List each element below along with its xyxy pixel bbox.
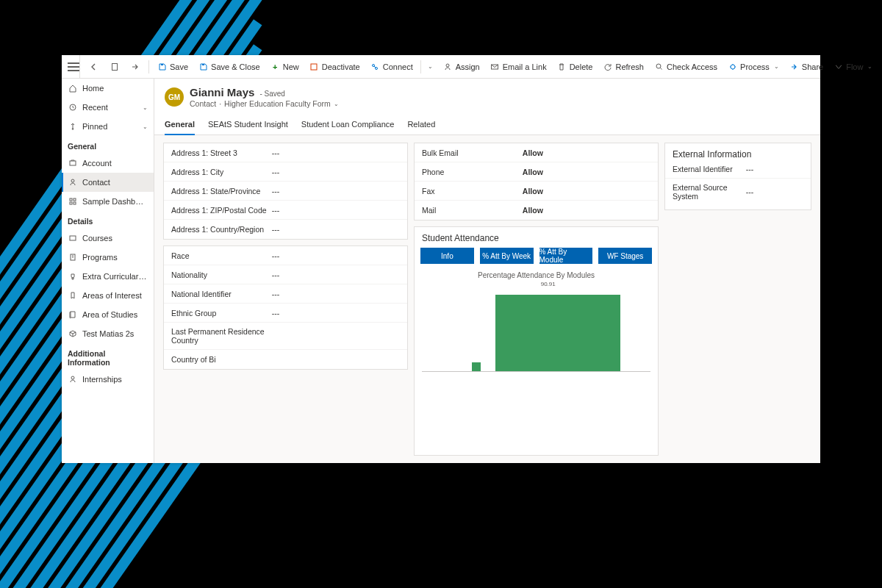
hamburger-icon[interactable] <box>68 62 79 71</box>
field-row[interactable]: External Identifier--- <box>665 159 811 179</box>
field-row[interactable]: Ethnic Group--- <box>164 304 407 323</box>
deactivate-button[interactable]: Deactivate <box>305 57 365 76</box>
field-row[interactable]: FaxAllow <box>415 182 658 201</box>
external-title: External Information <box>665 143 811 159</box>
chevron-down-icon: ⌄ <box>143 104 148 111</box>
person-icon <box>68 374 78 384</box>
field-label: Last Permanent Residence Country <box>171 327 272 345</box>
field-label: Address 1: State/Province <box>171 187 272 196</box>
field-label: Address 1: Street 3 <box>171 148 272 157</box>
flow-button[interactable]: Flow⌄ <box>829 57 877 76</box>
connect-icon <box>370 62 380 71</box>
record-tabs: General SEAtS Student Insight Student Lo… <box>154 115 820 135</box>
svg-rect-2 <box>202 64 204 65</box>
field-row[interactable]: Race--- <box>164 246 407 265</box>
field-label: Ethnic Group <box>171 309 272 318</box>
refresh-button[interactable]: Refresh <box>598 57 648 76</box>
field-row[interactable]: PhoneAllow <box>415 162 658 182</box>
cube-icon <box>68 329 78 339</box>
svg-rect-14 <box>74 198 76 201</box>
field-label: Address 1: Country/Region <box>171 225 272 234</box>
process-button[interactable]: Process⌄ <box>723 57 784 76</box>
field-row[interactable]: National Identifier--- <box>164 284 407 304</box>
sidebar-item-area-studies[interactable]: Area of Studies <box>62 305 154 324</box>
sidebar-item-sample-dashboard[interactable]: Sample Dashboard <box>62 192 154 211</box>
field-row[interactable]: Last Permanent Residence Country <box>164 323 407 350</box>
sidebar-label: Courses <box>82 234 148 243</box>
check-access-button[interactable]: Check Access <box>650 57 722 76</box>
tab-loan[interactable]: Student Loan Compliance <box>301 115 395 135</box>
field-row[interactable]: Country of Bi <box>164 350 407 369</box>
tab-insight[interactable]: SEAtS Student Insight <box>208 115 288 135</box>
assign-label: Assign <box>456 62 480 71</box>
app-window: Save Save & Close +New Deactivate Connec… <box>62 55 820 463</box>
field-row[interactable]: Bulk EmailAllow <box>415 143 658 162</box>
refresh-icon <box>603 62 612 71</box>
field-label: External Source System <box>673 183 746 201</box>
field-row[interactable]: Address 1: Country/Region--- <box>164 220 407 239</box>
back-button[interactable] <box>85 57 104 76</box>
svg-rect-1 <box>161 64 163 65</box>
svg-rect-16 <box>74 202 76 204</box>
sidebar-item-contact[interactable]: Contact <box>62 173 154 192</box>
field-value: --- <box>746 165 803 173</box>
field-row[interactable]: External Source System--- <box>665 179 811 205</box>
chevron-down-icon[interactable]: ⌄ <box>334 101 339 107</box>
delete-button[interactable]: Delete <box>553 57 598 76</box>
field-value: Allow <box>523 206 650 215</box>
open-icon[interactable] <box>126 57 145 76</box>
tab-related[interactable]: Related <box>407 115 435 135</box>
connect-button[interactable]: Connect⌄ <box>366 57 437 76</box>
chevron-down-icon[interactable]: ⌄ <box>428 63 433 70</box>
new-label: New <box>283 62 299 71</box>
deactivate-label: Deactivate <box>322 62 360 71</box>
field-row[interactable]: Nationality--- <box>164 265 407 284</box>
check-access-icon <box>654 62 664 71</box>
field-row[interactable]: Address 1: ZIP/Postal Code--- <box>164 201 407 220</box>
flow-icon <box>833 62 843 71</box>
att-info-button[interactable]: Info <box>420 248 474 264</box>
save-icon <box>157 62 167 71</box>
sidebar-label: Home <box>82 84 148 93</box>
sidebar-item-account[interactable]: Account <box>62 154 154 173</box>
clipboard-icon[interactable] <box>105 57 124 76</box>
sidebar-item-areas-interest[interactable]: Areas of Interest <box>62 286 154 305</box>
save-button[interactable]: Save <box>153 57 193 76</box>
new-button[interactable]: +New <box>266 57 304 76</box>
sidebar-item-pinned[interactable]: Pinned⌄ <box>62 117 154 136</box>
sidebar-item-test[interactable]: Test Matias 2s <box>62 324 154 343</box>
tab-general[interactable]: General <box>165 115 195 135</box>
field-row[interactable]: Address 1: Street 3--- <box>164 143 407 162</box>
sidebar-item-programs[interactable]: Programs <box>62 248 154 267</box>
email-icon <box>490 62 500 71</box>
share-button[interactable]: Share <box>785 57 828 76</box>
record-form[interactable]: Higher Education Faculty Form <box>224 99 331 108</box>
field-row[interactable]: Address 1: City--- <box>164 162 407 182</box>
sidebar-item-recent[interactable]: Recent⌄ <box>62 98 154 117</box>
sidebar-item-internships[interactable]: Internships <box>62 370 154 389</box>
delete-icon <box>557 62 567 71</box>
email-link-button[interactable]: Email a Link <box>486 57 551 76</box>
att-wf-button[interactable]: WF Stages <box>598 248 652 264</box>
att-module-button[interactable]: % Att By Module <box>539 248 593 264</box>
assign-button[interactable]: Assign <box>439 57 484 76</box>
form-content: Address 1: Street 3--- Address 1: City--… <box>154 135 820 463</box>
field-value: --- <box>272 251 400 260</box>
sidebar-item-extra[interactable]: Extra Curricular Activ... <box>62 267 154 286</box>
sidebar-item-courses[interactable]: Courses <box>62 229 154 248</box>
share-icon <box>789 62 799 71</box>
field-value: --- <box>272 290 400 298</box>
sidebar-item-home[interactable]: Home <box>62 79 154 98</box>
record-entity: Contact <box>190 99 216 108</box>
save-close-button[interactable]: Save & Close <box>194 57 265 76</box>
record-header: GM Gianni Mays - Saved Contact·Higher Ed… <box>154 79 820 108</box>
att-week-button[interactable]: % Att By Week <box>480 248 534 264</box>
field-row[interactable]: MailAllow <box>415 201 658 220</box>
field-label: Fax <box>422 187 523 196</box>
svg-rect-15 <box>70 202 72 204</box>
sidebar-group-additional: Additional Information <box>62 343 154 370</box>
avatar: GM <box>165 87 184 107</box>
field-label: Phone <box>422 168 523 176</box>
field-row[interactable]: Address 1: State/Province--- <box>164 182 407 201</box>
demographics-card: Race--- Nationality--- National Identifi… <box>163 245 408 370</box>
